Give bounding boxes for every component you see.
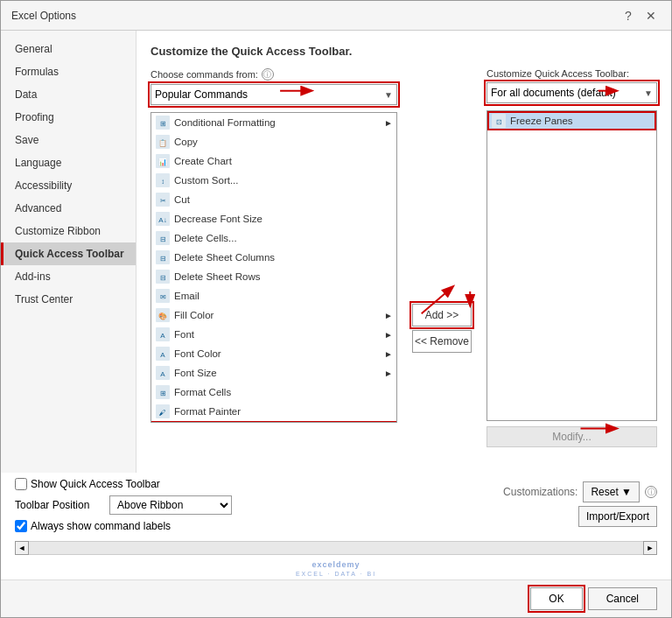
command-item[interactable]: ↕ Custom Sort... (151, 171, 396, 190)
scroll-right-btn[interactable]: ► (643, 541, 657, 555)
command-item[interactable]: 📊 Create Chart (151, 151, 396, 171)
bottom-right: Customizations: Reset ▼ ⓘ Import/Export (482, 478, 657, 527)
svg-text:📊: 📊 (158, 158, 167, 166)
commands-list[interactable]: ⊞ Conditional Formatting► 📋 Copy 📊 Creat… (150, 112, 397, 423)
command-item[interactable]: ⊞ Conditional Formatting► (151, 113, 396, 132)
sidebar-item-language[interactable]: Language (1, 151, 136, 174)
modify-button[interactable]: Modify... (486, 426, 657, 447)
svg-text:↕: ↕ (161, 178, 164, 186)
bottom-section: Show Quick Access Toolbar Toolbar Positi… (1, 473, 671, 579)
always-show-text: Always show command labels (31, 520, 171, 532)
sidebar-item-proofing[interactable]: Proofing (1, 106, 136, 129)
bottom-left: Show Quick Access Toolbar Toolbar Positi… (15, 478, 482, 537)
remove-button[interactable]: << Remove (412, 330, 472, 353)
command-item[interactable]: ⊟ Delete Cells... (151, 228, 396, 248)
command-item[interactable]: ⊡ Freeze Panes► (151, 421, 396, 423)
dialog-title: Excel Options (11, 10, 76, 22)
command-item[interactable]: ⊟ Delete Sheet Rows (151, 267, 396, 286)
show-toolbar-text: Show Quick Access Toolbar (31, 478, 160, 490)
svg-text:✉: ✉ (160, 293, 166, 301)
add-button[interactable]: Add >> (412, 304, 472, 327)
svg-text:⊟: ⊟ (160, 235, 166, 243)
svg-text:⊟: ⊟ (160, 255, 166, 263)
toolbar-item[interactable]: ⊡ Freeze Panes (487, 111, 656, 130)
sidebar-item-save[interactable]: Save (1, 129, 136, 151)
sidebar-item-data[interactable]: Data (1, 83, 136, 106)
command-item[interactable]: ✉ Email (151, 286, 396, 305)
reset-info-icon[interactable]: ⓘ (645, 486, 657, 498)
commands-dropdown-value: Popular Commands (155, 88, 248, 101)
titlebar: Excel Options ? ✕ (1, 1, 671, 31)
import-export-button[interactable]: Import/Export (578, 506, 657, 527)
command-item[interactable]: ✂ Cut (151, 190, 396, 209)
font-color-icon: A (155, 346, 171, 362)
submenu-arrow-icon: ► (384, 330, 393, 340)
sidebar-item-add-ins[interactable]: Add-ins (1, 265, 136, 288)
section-title: Customize the Quick Access Toolbar. (150, 45, 657, 58)
freeze-panes-icon: ⊡ (491, 113, 507, 129)
scroll-left-btn[interactable]: ◄ (15, 541, 29, 555)
always-show-label[interactable]: Always show command labels (15, 520, 171, 532)
sidebar-item-customize-ribbon[interactable]: Customize Ribbon (1, 220, 136, 242)
dialog-body: GeneralFormulasDataProofingSaveLanguageA… (1, 31, 671, 473)
scrollbar-track[interactable] (29, 541, 643, 555)
chart-icon: 📊 (155, 153, 171, 169)
sidebar-item-accessibility[interactable]: Accessibility (1, 174, 136, 197)
svg-text:⊡: ⊡ (496, 118, 502, 126)
svg-text:✂: ✂ (160, 197, 166, 205)
submenu-arrow-icon: ► (384, 349, 393, 359)
fill-icon: 🎨 (155, 307, 171, 323)
customizations-label: Customizations: (503, 486, 578, 498)
command-item[interactable]: A Font► (151, 325, 396, 344)
toolbar-dropdown[interactable]: For all documents (default) ▼ (486, 82, 657, 103)
reset-button[interactable]: Reset ▼ (583, 481, 640, 502)
command-item[interactable]: 📋 Copy (151, 132, 396, 151)
commands-dropdown[interactable]: Popular Commands ▼ (150, 84, 397, 105)
delete-cells-icon: ⊟ (155, 230, 171, 246)
svg-text:📋: 📋 (158, 138, 167, 147)
sidebar-item-formulas[interactable]: Formulas (1, 60, 136, 83)
close-button[interactable]: ✕ (641, 6, 661, 25)
font-icon: A (155, 327, 171, 342)
command-item[interactable]: A↓ Decrease Font Size (151, 209, 396, 228)
sidebar-item-quick-access-toolbar[interactable]: Quick Access Toolbar (1, 242, 136, 265)
svg-text:A: A (160, 351, 165, 359)
command-item[interactable]: 🎨 Fill Color► (151, 305, 396, 325)
sort-icon: ↕ (155, 172, 171, 188)
titlebar-buttons: ? ✕ (619, 6, 661, 25)
ok-button[interactable]: OK (530, 587, 582, 610)
svg-text:A↓: A↓ (158, 216, 166, 224)
submenu-arrow-icon: ► (384, 311, 393, 320)
cancel-button[interactable]: Cancel (588, 587, 657, 610)
email-icon: ✉ (155, 288, 171, 304)
svg-text:🖌: 🖌 (159, 409, 166, 417)
command-item[interactable]: ⊞ Format Cells (151, 383, 396, 402)
sidebar-item-advanced[interactable]: Advanced (1, 197, 136, 220)
svg-text:A: A (160, 332, 165, 340)
position-label: Toolbar Position (15, 499, 102, 511)
sidebar-item-general[interactable]: General (1, 38, 136, 60)
info-icon[interactable]: ⓘ (262, 68, 274, 81)
right-panel: Customize Quick Access Toolbar: For all … (486, 68, 657, 447)
command-item[interactable]: A Font Size► (151, 363, 396, 383)
font-size-icon: A↓ (155, 211, 171, 227)
show-toolbar-row: Show Quick Access Toolbar (15, 478, 482, 490)
command-item[interactable]: ⊟ Delete Sheet Columns (151, 248, 396, 267)
show-toolbar-checkbox[interactable] (15, 478, 27, 490)
font-size-2-icon: A (155, 365, 171, 381)
help-button[interactable]: ? (619, 6, 638, 25)
command-item[interactable]: A Font Color► (151, 344, 396, 363)
show-toolbar-label[interactable]: Show Quick Access Toolbar (15, 478, 160, 490)
always-show-checkbox[interactable] (15, 520, 27, 532)
position-dropdown[interactable]: Above Ribbon (109, 495, 232, 515)
toolbar-dropdown-arrow-icon: ▼ (644, 88, 653, 98)
command-item[interactable]: 🖌 Format Painter (151, 402, 396, 421)
submenu-arrow-icon: ► (384, 369, 393, 378)
svg-text:⊟: ⊟ (160, 274, 166, 282)
cut-icon: ✂ (155, 192, 171, 207)
sidebar-item-trust-center[interactable]: Trust Center (1, 288, 136, 311)
svg-text:⊞: ⊞ (160, 120, 166, 128)
scrollbar-row: ◄ ► (1, 537, 671, 558)
choose-commands-label: Choose commands from: ⓘ (150, 68, 397, 81)
toolbar-list[interactable]: ⊡ Freeze Panes (486, 110, 657, 421)
